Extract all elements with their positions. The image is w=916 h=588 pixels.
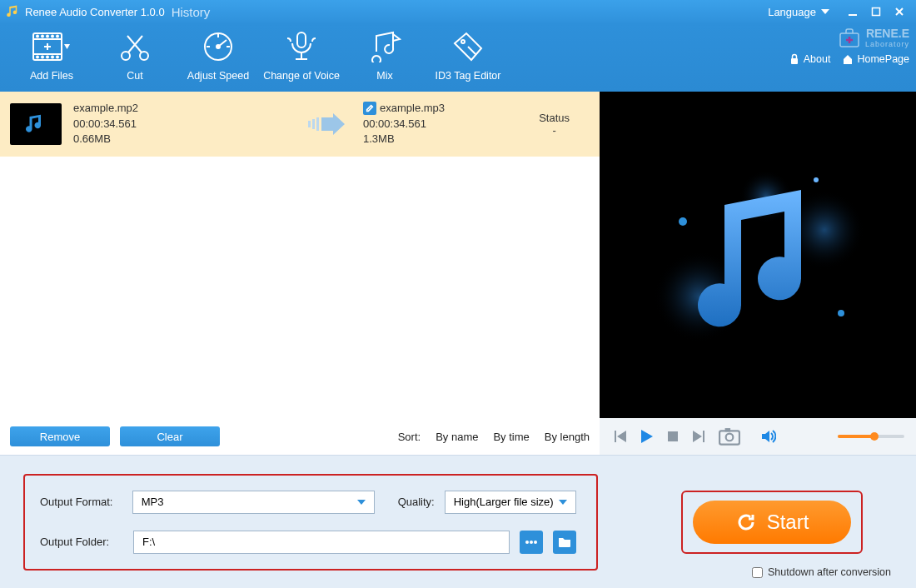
svg-point-48	[726, 434, 734, 441]
preview-area	[600, 92, 916, 418]
remove-button[interactable]: Remove	[10, 426, 110, 446]
language-label: Language	[768, 6, 816, 18]
ellipsis-icon	[525, 540, 538, 545]
language-dropdown[interactable]: Language	[768, 6, 829, 18]
status-header: Status	[539, 112, 570, 124]
destination-duration: 00:00:34.561	[363, 117, 505, 132]
file-list-empty-area	[0, 157, 600, 418]
preview-pane	[600, 92, 916, 455]
adjust-speed-button[interactable]: Adjust Speed	[177, 28, 260, 82]
bottom-panel: Output Format: MP3 Quality: High(Larger …	[0, 455, 916, 588]
shutdown-label: Shutdown after conversion	[768, 566, 891, 578]
mix-icon	[343, 28, 426, 65]
change-voice-label: Change of Voice	[260, 70, 343, 82]
add-files-label: Add Files	[10, 70, 93, 82]
svg-point-19	[122, 52, 130, 60]
chevron-down-icon	[559, 500, 567, 505]
destination-size: 1.3MB	[363, 132, 505, 147]
tag-icon	[426, 28, 510, 65]
player-prev-button[interactable]	[611, 428, 628, 445]
scissors-icon	[93, 28, 177, 65]
arrow-icon	[301, 112, 351, 136]
file-row[interactable]: example.mp2 00:00:34.561 0.66MB example.…	[0, 92, 600, 157]
brand-logo: RENE.ELaboratory	[789, 27, 909, 48]
app-title: Renee Audio Converter 1.0.0	[25, 6, 165, 18]
status-value: -	[539, 124, 570, 137]
svg-rect-39	[316, 117, 319, 131]
add-files-button[interactable]: Add Files	[10, 28, 93, 82]
destination-filename: example.mp3	[380, 101, 445, 117]
quality-dropdown[interactable]: High(Larger file size)	[445, 491, 576, 514]
svg-point-52	[534, 541, 537, 544]
change-voice-button[interactable]: Change of Voice	[260, 28, 343, 82]
svg-point-10	[52, 36, 53, 37]
svg-point-16	[57, 57, 58, 58]
file-thumbnail	[10, 103, 62, 145]
start-label: Start	[767, 511, 809, 534]
mix-button[interactable]: Mix	[343, 28, 426, 82]
player-snapshot-button[interactable]	[718, 428, 741, 445]
output-settings-box: Output Format: MP3 Quality: High(Larger …	[23, 474, 598, 571]
player-play-button[interactable]	[638, 428, 655, 445]
volume-slider[interactable]	[838, 435, 904, 438]
app-icon	[5, 4, 20, 19]
start-button[interactable]: Start	[693, 501, 851, 544]
output-folder-input[interactable]	[133, 531, 510, 554]
minimize-button[interactable]	[841, 3, 864, 20]
shutdown-checkbox-row[interactable]: Shutdown after conversion	[752, 566, 891, 578]
more-options-button[interactable]	[520, 531, 543, 554]
shutdown-checkbox[interactable]	[752, 567, 763, 578]
source-filename: example.mp2	[73, 101, 290, 117]
chevron-down-icon	[357, 500, 366, 505]
svg-point-20	[140, 52, 148, 60]
gauge-icon	[177, 28, 260, 65]
svg-point-25	[217, 45, 220, 48]
maximize-button[interactable]	[864, 3, 888, 20]
history-link[interactable]: History	[172, 5, 211, 19]
output-format-value: MP3	[142, 496, 164, 508]
clear-button[interactable]: Clear	[120, 426, 220, 446]
destination-info: example.mp3 00:00:34.561 1.3MB	[363, 101, 505, 148]
svg-point-7	[37, 36, 38, 37]
music-note-icon	[23, 112, 48, 137]
list-bottom-bar: Remove Clear Sort: By name By time By le…	[0, 418, 600, 455]
browse-folder-button[interactable]	[553, 531, 576, 554]
id3-tag-button[interactable]: ID3 Tag Editor	[426, 28, 510, 82]
output-folder-label: Output Folder:	[40, 536, 123, 548]
sort-by-name[interactable]: By name	[436, 431, 478, 443]
sort-by-time[interactable]: By time	[493, 431, 529, 443]
title-bar: Renee Audio Converter 1.0.0 History Lang…	[0, 0, 916, 23]
svg-point-8	[42, 36, 43, 37]
player-bar	[600, 418, 916, 455]
folder-icon	[558, 536, 571, 548]
microphone-icon	[260, 28, 343, 65]
file-list-pane: example.mp2 00:00:34.561 0.66MB example.…	[0, 92, 600, 455]
svg-rect-46	[668, 431, 678, 441]
main-toolbar: Add Files Cut Adjust Speed Change of Voi…	[0, 23, 916, 92]
volume-icon[interactable]	[759, 428, 776, 445]
lock-icon	[789, 53, 800, 65]
output-format-label: Output Format:	[40, 496, 122, 508]
player-next-button[interactable]	[691, 428, 708, 445]
film-add-icon	[10, 28, 93, 65]
close-button[interactable]	[888, 3, 911, 20]
cut-button[interactable]: Cut	[93, 28, 177, 82]
svg-point-43	[679, 217, 687, 226]
output-format-dropdown[interactable]: MP3	[132, 491, 376, 514]
medical-bag-icon	[839, 27, 860, 48]
player-stop-button[interactable]	[665, 428, 681, 445]
quality-label: Quality:	[385, 496, 434, 508]
homepage-link[interactable]: HomePage	[842, 53, 909, 65]
svg-point-11	[57, 36, 58, 37]
edit-name-button[interactable]	[363, 102, 376, 115]
start-box: Start	[681, 491, 863, 554]
brand-block: RENE.ELaboratory About HomePage	[789, 27, 909, 65]
svg-rect-36	[791, 58, 798, 64]
about-link[interactable]: About	[789, 53, 831, 65]
chevron-down-icon	[821, 9, 829, 14]
home-icon	[842, 53, 854, 65]
source-duration: 00:00:34.561	[73, 117, 290, 132]
svg-point-51	[530, 541, 533, 544]
svg-point-32	[461, 40, 465, 43]
sort-by-length[interactable]: By length	[545, 431, 590, 443]
